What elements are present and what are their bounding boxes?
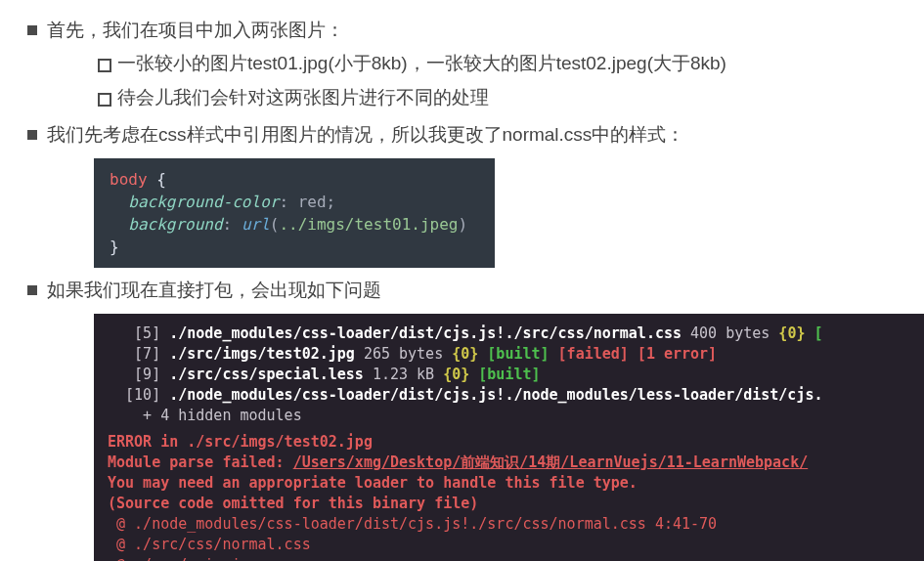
terminal-line: [9] ./src/css/special.less 1.23 kB {0} […: [108, 365, 924, 385]
code-prop: background: [128, 215, 222, 234]
code-brace: {: [156, 170, 166, 189]
code-prop: background-color: [128, 193, 279, 211]
terminal-error-line: @ ./src/css/normal.css: [108, 535, 924, 555]
sub-bullet-1: 一张较小的图片test01.jpg(小于8kb)，一张较大的图片test02.j…: [94, 49, 904, 78]
terminal-error-line: (Source code omitted for this binary fil…: [108, 494, 924, 514]
terminal-error-line: @ ./src/main.js: [108, 555, 924, 561]
code-selector: body: [110, 170, 148, 189]
code-paren: (: [270, 215, 280, 234]
bullet-list: 首先，我们在项目中加入两张图片： 一张较小的图片test01.jpg(小于8kb…: [20, 16, 904, 561]
bullet-text: 我们先考虑在css样式中引用图片的情况，所以我更改了normal.css中的样式…: [47, 124, 684, 145]
terminal-error-line: Module parse failed: /Users/xmg/Desktop/…: [108, 453, 924, 473]
bullet-item-3: 如果我们现在直接打包，会出现如下问题 [5] ./node_modules/cs…: [20, 276, 904, 561]
bullet-item-2: 我们先考虑在css样式中引用图片的情况，所以我更改了normal.css中的样式…: [20, 120, 904, 268]
code-colon: :: [223, 215, 233, 234]
code-paren: ): [458, 215, 467, 234]
bullet-item-1: 首先，我们在项目中加入两张图片： 一张较小的图片test01.jpg(小于8kb…: [20, 16, 904, 112]
bullet-text: 首先，我们在项目中加入两张图片：: [47, 20, 344, 40]
sub-bullet-2: 待会儿我们会针对这两张图片进行不同的处理: [94, 83, 904, 112]
terminal-line: + 4 hidden modules: [108, 406, 924, 426]
terminal-line: [7] ./src/imgs/test02.jpg 265 bytes {0} …: [108, 344, 924, 365]
terminal-output: [5] ./node_modules/css-loader/dist/cjs.j…: [94, 314, 924, 561]
terminal-error-line: ERROR in ./src/imgs/test02.jpg: [108, 432, 924, 453]
code-arg: ../imgs/test01.jpeg: [279, 215, 458, 234]
terminal-line: [5] ./node_modules/css-loader/dist/cjs.j…: [108, 324, 924, 344]
code-value: red: [298, 193, 327, 211]
code-colon: :: [279, 193, 288, 211]
css-code-block: body { background-color: red; background…: [94, 158, 495, 269]
code-semicolon: ;: [327, 193, 336, 211]
sub-bullet-list: 一张较小的图片test01.jpg(小于8kb)，一张较大的图片test02.j…: [47, 49, 904, 112]
code-brace: }: [110, 237, 119, 256]
bullet-text: 如果我们现在直接打包，会出现如下问题: [47, 280, 381, 300]
terminal-error-line: @ ./node_modules/css-loader/dist/cjs.js!…: [108, 514, 924, 535]
terminal-line: [10] ./node_modules/css-loader/dist/cjs.…: [108, 385, 924, 406]
terminal-error-line: You may need an appropriate loader to ha…: [108, 473, 924, 494]
code-fn: url: [242, 215, 270, 234]
